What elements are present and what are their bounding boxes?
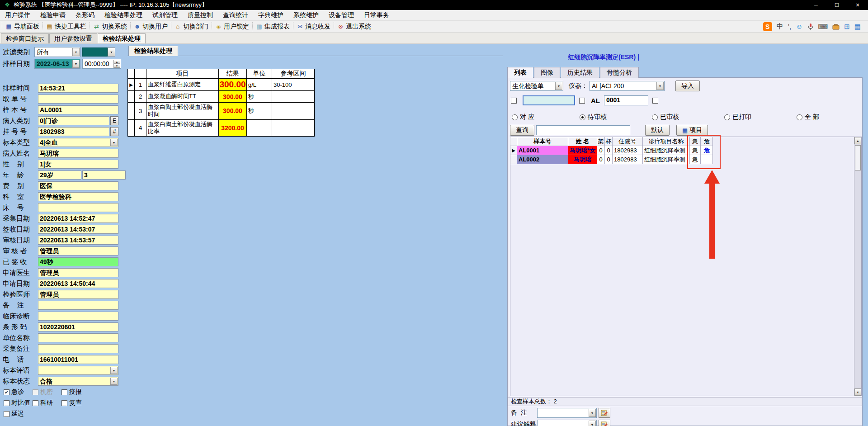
header-rack[interactable]: 架 — [597, 137, 605, 146]
header-name[interactable]: 姓 名 — [568, 137, 597, 146]
results-page-tab[interactable]: 检验结果处理 — [128, 46, 178, 56]
dropdown-arrow-icon[interactable]: ▼ — [72, 60, 80, 68]
filter-checkbox-3[interactable] — [652, 98, 658, 104]
dropdown-arrow-icon[interactable]: ▼ — [656, 82, 664, 90]
toolbox-icon[interactable] — [832, 24, 840, 30]
header-hospital-no[interactable]: 住院号 — [613, 137, 643, 146]
project-button[interactable]: ▦ 项目 — [676, 125, 708, 136]
radio-circle-icon[interactable] — [797, 114, 802, 120]
field-input[interactable]: 医保 ▼ — [38, 181, 118, 190]
menu-item[interactable]: 检验申请 — [35, 10, 71, 20]
flag-checkbox[interactable]: ✔ 机密 — [33, 388, 61, 396]
remark-edit-button[interactable] — [599, 408, 610, 418]
result-value-cell[interactable]: 300.00 — [219, 79, 247, 91]
sample-row[interactable]: ▶ AL0001 马玥瑢*女 0 0 1802983 红细胞沉降率测 急 危 — [510, 146, 713, 155]
radio-circle-icon[interactable] — [580, 114, 585, 120]
field-input[interactable]: 医学检验科 ▼ — [38, 192, 118, 201]
field-input[interactable]: 合格 ▼ — [38, 377, 118, 386]
patient-name-cell[interactable]: 马玥瑢*女 — [568, 146, 597, 155]
result-row[interactable]: ▶ 2 血浆凝血酶时间TT 300.00 秒 — [128, 91, 315, 103]
field-input[interactable]: 1020220601 ▼ — [38, 322, 118, 331]
sogou-logo-icon[interactable]: S — [763, 22, 772, 31]
field-input[interactable]: 1|女 ▼ — [38, 160, 118, 169]
right-panel-tab[interactable]: 图像 — [534, 67, 560, 78]
row-selector-cell[interactable]: ▶ — [128, 103, 135, 120]
filter-category-select[interactable]: 所有 ▼ — [34, 47, 80, 57]
dropdown-arrow-icon[interactable]: ▼ — [110, 139, 118, 146]
right-panel-tab[interactable]: 历史结果 — [561, 67, 599, 78]
field-input[interactable]: 4|全血 ▼ — [38, 138, 118, 147]
checkbox-box[interactable]: ✔ — [61, 400, 67, 406]
toolbar-button[interactable]: ▤ 快捷工具栏 — [42, 22, 90, 31]
field-input[interactable]: 29岁 ▼ — [38, 170, 81, 180]
field-input[interactable]: 1802983 ▼ — [38, 127, 109, 136]
field-input[interactable]: ▼ — [38, 95, 118, 104]
vertical-scrollbar[interactable]: ▲ ▼ — [854, 137, 861, 396]
ime-emoji-icon[interactable]: ☺ — [796, 23, 802, 30]
flag-checkbox[interactable]: ✔ 疫报 — [61, 388, 90, 396]
menu-item[interactable]: 检验结果处理 — [99, 10, 147, 20]
row-selector-cell[interactable]: ▶ — [510, 155, 517, 164]
minimize-button[interactable]: ─ — [806, 0, 826, 10]
maximize-button[interactable]: ☐ — [826, 0, 847, 10]
flag-checkbox[interactable]: ✔ 急诊 — [4, 388, 32, 396]
toolbar-button[interactable]: ☻ 切换用户 — [130, 22, 171, 31]
field-input[interactable]: ▼ — [38, 301, 118, 310]
header-urgent[interactable]: 急 — [690, 137, 701, 146]
header-critical[interactable]: 危 — [701, 137, 713, 146]
filter-checkbox-2[interactable] — [579, 98, 585, 104]
remark-select[interactable]: ▼ — [537, 408, 597, 418]
apps-grid-icon[interactable]: ▦ — [854, 23, 861, 31]
status-radio[interactable]: 对 应 — [512, 113, 534, 121]
dropdown-arrow-icon[interactable]: ▼ — [108, 47, 115, 57]
result-row[interactable]: ▶ 3 血浆白陶土部份凝血活酶时间 300.00 秒 — [128, 103, 315, 120]
scrollbar-thumb[interactable] — [855, 145, 861, 170]
menu-item[interactable]: 设备管理 — [324, 10, 359, 20]
spin-up-icon[interactable]: ▲ — [113, 60, 120, 64]
field-input[interactable]: ▼ — [38, 203, 118, 212]
spin-down-icon[interactable]: ▼ — [113, 64, 120, 68]
menu-item[interactable]: 日常事务 — [359, 10, 394, 20]
field-input[interactable]: 20220613 14:50:44 ▼ — [38, 279, 118, 288]
toolbar-button[interactable]: ▦ 导航面板 — [2, 22, 42, 31]
field-input[interactable]: 管理员 ▼ — [38, 268, 118, 277]
sample-filter-input[interactable] — [523, 95, 575, 105]
menu-item[interactable]: 系统维护 — [288, 10, 324, 20]
flag-checkbox[interactable]: ✔ 复查 — [61, 399, 90, 407]
field-input[interactable]: 20220613 14:52:47 ▼ — [38, 214, 118, 223]
suggestion-edit-button[interactable] — [599, 420, 610, 426]
field-input[interactable]: 16610011001 ▼ — [38, 355, 118, 364]
dropdown-arrow-icon[interactable]: ▼ — [110, 367, 118, 374]
dropdown-arrow-icon[interactable]: ▼ — [110, 378, 118, 385]
row-selector-cell[interactable]: ▶ — [128, 79, 135, 91]
toolbar-button[interactable]: ▥ 集成报表 — [252, 22, 293, 31]
radio-circle-icon[interactable] — [652, 114, 658, 120]
dropdown-arrow-icon[interactable]: ▼ — [555, 82, 562, 90]
radio-circle-icon[interactable] — [724, 114, 730, 120]
header-cup[interactable]: 杯 — [605, 137, 613, 146]
sample-date-select[interactable]: 2022-06-13 ▼ — [34, 59, 80, 69]
toolbar-button[interactable]: ◈ 用户锁定 — [212, 22, 252, 31]
menu-item[interactable]: 质量控制 — [183, 10, 218, 20]
right-panel-tab[interactable]: 列表 — [507, 67, 533, 78]
checkbox-box[interactable]: ✔ — [61, 389, 67, 395]
sample-row[interactable]: ▶ AL0002 马玥瑢 0 0 1802983 红细胞沉降率测 急 — [510, 155, 713, 164]
field-side-button[interactable]: E — [110, 116, 118, 125]
toolbar-button[interactable]: ⇄ 切换系统 — [90, 22, 130, 31]
keyboard-icon[interactable]: ⌨ — [818, 23, 828, 31]
field-input[interactable]: 管理员 ▼ — [38, 290, 118, 299]
menu-item[interactable]: 查询统计 — [218, 10, 253, 20]
checkbox-box[interactable]: ✔ — [4, 389, 9, 395]
toolbar-button[interactable]: ✉ 消息收发 — [293, 22, 334, 31]
flag-checkbox[interactable]: ✔ 科研 — [33, 399, 61, 407]
field-input[interactable]: ▼ — [38, 333, 118, 342]
item-name-cell[interactable]: 血浆白陶土部份凝血活酶比率 — [146, 120, 219, 137]
toolbar-button[interactable]: ⌂ 切换部门 — [171, 22, 212, 31]
field-input[interactable]: 20220613 14:53:07 ▼ — [38, 225, 118, 234]
ime-mode-icon[interactable]: 中 — [777, 22, 783, 31]
patient-name-cell[interactable]: 马玥瑢 — [568, 155, 597, 164]
ime-punctuation-icon[interactable]: ’, — [788, 23, 792, 30]
field-input[interactable]: 马玥瑢 ▼ — [38, 149, 118, 158]
header-item[interactable]: 项目 — [146, 69, 219, 79]
field-input[interactable]: AL0001 ▼ — [38, 105, 118, 114]
